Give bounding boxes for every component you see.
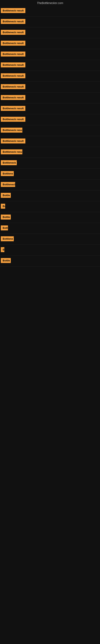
bottleneck-result-label[interactable]: Bottleneck resul xyxy=(1,149,22,154)
result-block-9: Bottleneck result xyxy=(0,92,100,104)
bottleneck-result-label[interactable]: Bottleneck result xyxy=(1,84,25,89)
results-container: Bottleneck resultBottleneck resultBottle… xyxy=(0,6,100,266)
result-block-8: Bottleneck result xyxy=(0,82,100,92)
bottleneck-result-label[interactable]: Bottleneck xyxy=(1,182,15,187)
bottleneck-result-label[interactable]: Bottle xyxy=(1,258,11,263)
bottleneck-result-label[interactable]: Bottleneck result xyxy=(1,138,25,144)
result-block-6: Bottleneck result xyxy=(0,60,100,71)
bottleneck-result-label[interactable]: Bottleneck result xyxy=(1,73,25,78)
result-block-7: Bottleneck result xyxy=(0,71,100,82)
bottleneck-result-label[interactable]: Bottle xyxy=(1,193,11,198)
bottleneck-result-label[interactable]: Bottleneck result xyxy=(1,30,25,35)
bottleneck-result-label[interactable]: Bottleneck result xyxy=(1,52,25,56)
result-block-19: Bo xyxy=(0,201,100,212)
site-title-container: TheBottlenecker.com xyxy=(0,0,100,6)
result-block-12: Bottleneck resul xyxy=(0,125,100,136)
bottleneck-result-label[interactable]: Bottleneck result xyxy=(1,62,25,68)
bottleneck-result-label[interactable]: Bott xyxy=(1,226,8,230)
bottleneck-result-label[interactable]: Bottleneck result xyxy=(1,117,25,122)
bottleneck-result-label[interactable]: Bottle xyxy=(1,214,11,220)
result-block-17: Bottleneck xyxy=(0,180,100,190)
bottleneck-result-label[interactable]: Bottleneck result xyxy=(1,41,25,46)
result-block-5: Bottleneck result xyxy=(0,49,100,60)
result-block-11: Bottleneck result xyxy=(0,114,100,125)
result-block-14: Bottleneck resul xyxy=(0,147,100,158)
result-block-16: Bottlene xyxy=(0,169,100,180)
result-block-22: Bottlene xyxy=(0,234,100,245)
bottleneck-result-label[interactable]: B xyxy=(1,247,4,252)
bottleneck-result-label[interactable]: Bottlene xyxy=(1,171,14,176)
result-block-1: Bottleneck result xyxy=(0,6,100,16)
result-block-18: Bottle xyxy=(0,190,100,201)
result-block-4: Bottleneck result xyxy=(0,38,100,49)
bottleneck-result-label[interactable]: Bottleneck resul xyxy=(1,128,22,132)
result-block-13: Bottleneck result xyxy=(0,136,100,147)
result-block-21: Bott xyxy=(0,223,100,234)
bottleneck-result-label[interactable]: Bottleneck result xyxy=(1,8,25,13)
result-block-15: Bottleneck r xyxy=(0,158,100,169)
bottleneck-result-label[interactable]: Bo xyxy=(1,204,5,209)
result-block-24: Bottle xyxy=(0,256,100,266)
bottleneck-result-label[interactable]: Bottleneck r xyxy=(1,160,17,165)
bottleneck-result-label[interactable]: Bottleneck result xyxy=(1,95,25,100)
bottleneck-result-label[interactable]: Bottleneck result xyxy=(1,19,25,24)
result-block-10: Bottleneck result xyxy=(0,104,100,114)
result-block-3: Bottleneck result xyxy=(0,27,100,38)
result-block-2: Bottleneck result xyxy=(0,16,100,27)
result-block-20: Bottle xyxy=(0,212,100,223)
bottleneck-result-label[interactable]: Bottlene xyxy=(1,236,14,241)
result-block-23: B xyxy=(0,245,100,256)
site-title: TheBottlenecker.com xyxy=(37,0,63,6)
bottleneck-result-label[interactable]: Bottleneck result xyxy=(1,106,25,111)
